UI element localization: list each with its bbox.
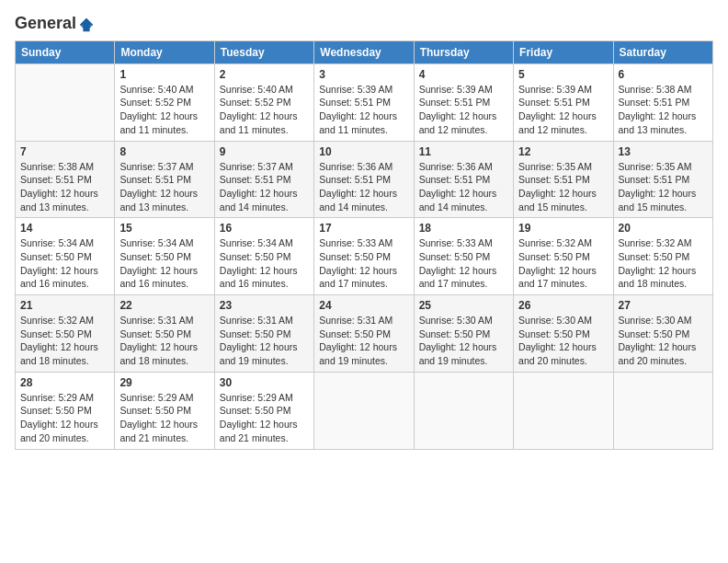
daylight-text: Daylight: 12 hours and 20 minutes.: [619, 340, 708, 367]
calendar-table: SundayMondayTuesdayWednesdayThursdayFrid…: [15, 40, 713, 450]
day-info: Sunrise: 5:38 AM Sunset: 5:51 PM Dayligh…: [20, 160, 109, 214]
sunset-text: Sunset: 5:50 PM: [619, 327, 708, 341]
sunset-text: Sunset: 5:50 PM: [319, 327, 408, 341]
sunset-text: Sunset: 5:50 PM: [619, 250, 708, 264]
sunrise-text: Sunrise: 5:34 AM: [119, 236, 209, 250]
sunset-text: Sunset: 5:51 PM: [518, 96, 608, 109]
day-info: Sunrise: 5:40 AM Sunset: 5:52 PM Dayligh…: [119, 83, 209, 137]
day-number: 27: [619, 299, 708, 312]
day-number: 20: [619, 222, 708, 235]
sunrise-text: Sunrise: 5:32 AM: [619, 236, 708, 250]
calendar-cell: [514, 372, 613, 449]
calendar-cell: 27 Sunrise: 5:30 AM Sunset: 5:50 PM Dayl…: [613, 295, 712, 373]
sunset-text: Sunset: 5:50 PM: [119, 404, 209, 418]
calendar-week-row: 7 Sunrise: 5:38 AM Sunset: 5:51 PM Dayli…: [16, 141, 713, 218]
calendar-cell: 5 Sunrise: 5:39 AM Sunset: 5:51 PM Dayli…: [514, 63, 613, 141]
sunrise-text: Sunrise: 5:30 AM: [419, 314, 508, 327]
day-number: 12: [518, 145, 608, 158]
day-number: 8: [119, 145, 209, 158]
sunrise-text: Sunrise: 5:33 AM: [419, 236, 508, 250]
logo-icon: [78, 17, 95, 33]
daylight-text: Daylight: 12 hours and 19 minutes.: [220, 340, 309, 367]
day-number: 16: [220, 222, 309, 235]
sunrise-text: Sunrise: 5:39 AM: [419, 83, 508, 97]
sunrise-text: Sunrise: 5:31 AM: [319, 314, 408, 327]
calendar-cell: 25 Sunrise: 5:30 AM Sunset: 5:50 PM Dayl…: [414, 295, 513, 373]
day-info: Sunrise: 5:37 AM Sunset: 5:51 PM Dayligh…: [220, 160, 309, 214]
day-info: Sunrise: 5:31 AM Sunset: 5:50 PM Dayligh…: [319, 314, 408, 368]
sunset-text: Sunset: 5:51 PM: [419, 96, 508, 109]
sunset-text: Sunset: 5:50 PM: [419, 327, 508, 341]
day-number: 19: [518, 222, 608, 235]
calendar-cell: 30 Sunrise: 5:29 AM Sunset: 5:50 PM Dayl…: [214, 372, 313, 449]
daylight-text: Daylight: 12 hours and 14 minutes.: [220, 187, 309, 213]
sunset-text: Sunset: 5:50 PM: [220, 250, 309, 264]
day-number: 14: [20, 222, 109, 235]
sunset-text: Sunset: 5:51 PM: [319, 173, 408, 187]
sunrise-text: Sunrise: 5:38 AM: [619, 83, 708, 97]
day-number: 26: [518, 299, 608, 312]
calendar-week-row: 21 Sunrise: 5:32 AM Sunset: 5:50 PM Dayl…: [16, 295, 713, 373]
calendar-cell: 8 Sunrise: 5:37 AM Sunset: 5:51 PM Dayli…: [115, 141, 214, 218]
calendar-cell: 22 Sunrise: 5:31 AM Sunset: 5:50 PM Dayl…: [115, 295, 214, 373]
day-number: 23: [220, 299, 309, 312]
daylight-text: Daylight: 12 hours and 19 minutes.: [319, 340, 408, 367]
calendar-cell: [314, 372, 414, 449]
calendar-cell: 6 Sunrise: 5:38 AM Sunset: 5:51 PM Dayli…: [613, 63, 712, 141]
day-number: 21: [20, 299, 109, 312]
day-number: 4: [419, 68, 508, 81]
logo-text: General: [15, 15, 95, 33]
calendar-cell: 16 Sunrise: 5:34 AM Sunset: 5:50 PM Dayl…: [214, 218, 313, 295]
sunrise-text: Sunrise: 5:35 AM: [518, 160, 608, 174]
calendar-cell: [613, 372, 712, 449]
day-number: 30: [220, 376, 309, 389]
sunset-text: Sunset: 5:50 PM: [419, 250, 508, 264]
day-info: Sunrise: 5:39 AM Sunset: 5:51 PM Dayligh…: [419, 83, 508, 137]
sunrise-text: Sunrise: 5:31 AM: [220, 314, 309, 327]
day-number: 18: [419, 222, 508, 235]
day-number: 24: [319, 299, 408, 312]
day-info: Sunrise: 5:32 AM Sunset: 5:50 PM Dayligh…: [518, 236, 608, 291]
calendar-cell: 9 Sunrise: 5:37 AM Sunset: 5:51 PM Dayli…: [214, 141, 313, 218]
sunrise-text: Sunrise: 5:40 AM: [119, 83, 209, 97]
day-number: 3: [319, 68, 408, 81]
sunset-text: Sunset: 5:51 PM: [619, 173, 708, 187]
day-info: Sunrise: 5:30 AM Sunset: 5:50 PM Dayligh…: [518, 314, 608, 368]
daylight-text: Daylight: 12 hours and 16 minutes.: [220, 264, 309, 291]
sunrise-text: Sunrise: 5:40 AM: [220, 83, 309, 97]
daylight-text: Daylight: 12 hours and 16 minutes.: [119, 264, 209, 291]
day-number: 9: [220, 145, 309, 158]
sunrise-text: Sunrise: 5:37 AM: [119, 160, 209, 174]
daylight-text: Daylight: 12 hours and 13 minutes.: [119, 187, 209, 213]
sunset-text: Sunset: 5:50 PM: [319, 250, 408, 264]
calendar-cell: 28 Sunrise: 5:29 AM Sunset: 5:50 PM Dayl…: [16, 372, 115, 449]
day-info: Sunrise: 5:36 AM Sunset: 5:51 PM Dayligh…: [319, 160, 408, 214]
day-of-week-header: Wednesday: [314, 40, 414, 63]
day-info: Sunrise: 5:40 AM Sunset: 5:52 PM Dayligh…: [220, 83, 309, 137]
svg-marker-1: [80, 18, 93, 31]
day-info: Sunrise: 5:35 AM Sunset: 5:51 PM Dayligh…: [518, 160, 608, 214]
day-of-week-header: Friday: [514, 40, 613, 63]
calendar-header-row: SundayMondayTuesdayWednesdayThursdayFrid…: [16, 40, 713, 63]
calendar-cell: 2 Sunrise: 5:40 AM Sunset: 5:52 PM Dayli…: [214, 63, 313, 141]
sunrise-text: Sunrise: 5:30 AM: [518, 314, 608, 327]
calendar-cell: 10 Sunrise: 5:36 AM Sunset: 5:51 PM Dayl…: [314, 141, 414, 218]
day-number: 17: [319, 222, 408, 235]
sunrise-text: Sunrise: 5:36 AM: [319, 160, 408, 174]
day-info: Sunrise: 5:29 AM Sunset: 5:50 PM Dayligh…: [119, 391, 209, 445]
sunrise-text: Sunrise: 5:30 AM: [619, 314, 708, 327]
calendar-cell: 11 Sunrise: 5:36 AM Sunset: 5:51 PM Dayl…: [414, 141, 513, 218]
calendar-cell: 3 Sunrise: 5:39 AM Sunset: 5:51 PM Dayli…: [314, 63, 414, 141]
day-number: 22: [119, 299, 209, 312]
sunset-text: Sunset: 5:50 PM: [220, 404, 309, 418]
sunset-text: Sunset: 5:52 PM: [220, 96, 309, 109]
calendar-week-row: 1 Sunrise: 5:40 AM Sunset: 5:52 PM Dayli…: [16, 63, 713, 141]
day-number: 5: [518, 68, 608, 81]
logo-general: General: [15, 14, 76, 32]
sunrise-text: Sunrise: 5:36 AM: [419, 160, 508, 174]
calendar-week-row: 14 Sunrise: 5:34 AM Sunset: 5:50 PM Dayl…: [16, 218, 713, 295]
calendar-cell: 29 Sunrise: 5:29 AM Sunset: 5:50 PM Dayl…: [115, 372, 214, 449]
day-info: Sunrise: 5:39 AM Sunset: 5:51 PM Dayligh…: [319, 83, 408, 137]
day-info: Sunrise: 5:33 AM Sunset: 5:50 PM Dayligh…: [419, 236, 508, 291]
calendar-cell: 13 Sunrise: 5:35 AM Sunset: 5:51 PM Dayl…: [613, 141, 712, 218]
